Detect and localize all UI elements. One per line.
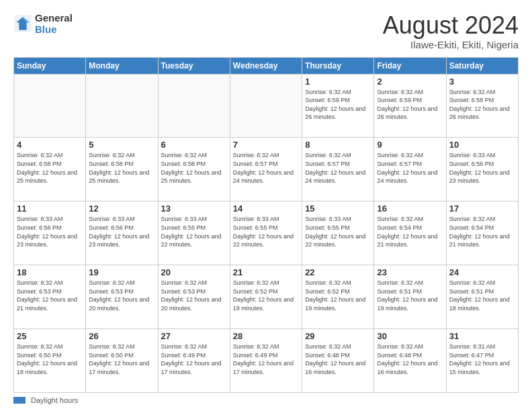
calendar-cell: 29Sunrise: 6:32 AM Sunset: 6:48 PM Dayli…: [302, 329, 374, 393]
calendar-cell: 4Sunrise: 6:32 AM Sunset: 6:58 PM Daylig…: [14, 138, 86, 201]
logo-icon: [13, 14, 32, 33]
day-info: Sunrise: 6:32 AM Sunset: 6:51 PM Dayligh…: [449, 279, 515, 312]
day-number: 27: [161, 331, 227, 341]
month-title: August 2024: [383, 12, 519, 39]
calendar-cell: 31Sunrise: 6:31 AM Sunset: 6:47 PM Dayli…: [446, 329, 518, 393]
day-info: Sunrise: 6:32 AM Sunset: 6:58 PM Dayligh…: [449, 88, 515, 122]
day-info: Sunrise: 6:33 AM Sunset: 6:55 PM Dayligh…: [233, 215, 299, 248]
day-number: 7: [233, 140, 299, 150]
calendar-cell: 17Sunrise: 6:32 AM Sunset: 6:54 PM Dayli…: [446, 201, 518, 265]
calendar-cell: [230, 74, 302, 138]
day-info: Sunrise: 6:32 AM Sunset: 6:48 PM Dayligh…: [377, 342, 443, 376]
day-number: 17: [449, 203, 515, 214]
calendar-cell: 5Sunrise: 6:32 AM Sunset: 6:58 PM Daylig…: [86, 138, 158, 201]
day-info: Sunrise: 6:32 AM Sunset: 6:49 PM Dayligh…: [161, 342, 227, 376]
day-number: 3: [449, 77, 515, 87]
day-number: 6: [161, 140, 227, 150]
day-number: 14: [233, 203, 299, 214]
day-info: Sunrise: 6:32 AM Sunset: 6:53 PM Dayligh…: [17, 279, 83, 312]
day-number: 24: [449, 267, 515, 277]
calendar-header-row: SundayMondayTuesdayWednesdayThursdayFrid…: [14, 57, 519, 74]
footer: Daylight hours: [13, 396, 519, 404]
calendar-header-friday: Friday: [374, 57, 446, 74]
day-number: 2: [377, 77, 443, 87]
calendar-cell: 24Sunrise: 6:32 AM Sunset: 6:51 PM Dayli…: [446, 265, 518, 329]
calendar-cell: 3Sunrise: 6:32 AM Sunset: 6:58 PM Daylig…: [446, 74, 518, 138]
calendar-header-monday: Monday: [86, 57, 158, 74]
calendar-week-5: 25Sunrise: 6:32 AM Sunset: 6:50 PM Dayli…: [14, 329, 519, 393]
day-info: Sunrise: 6:32 AM Sunset: 6:54 PM Dayligh…: [449, 215, 515, 248]
day-number: 11: [17, 203, 83, 214]
calendar-cell: 1Sunrise: 6:32 AM Sunset: 6:59 PM Daylig…: [302, 74, 374, 138]
header: General Blue August 2024 Ilawe-Ekiti, Ek…: [13, 12, 519, 50]
day-info: Sunrise: 6:32 AM Sunset: 6:49 PM Dayligh…: [233, 342, 299, 376]
calendar-week-3: 11Sunrise: 6:33 AM Sunset: 6:56 PM Dayli…: [14, 201, 519, 265]
day-info: Sunrise: 6:32 AM Sunset: 6:51 PM Dayligh…: [377, 279, 443, 312]
day-number: 8: [305, 140, 371, 150]
day-number: 26: [89, 331, 154, 341]
day-info: Sunrise: 6:32 AM Sunset: 6:50 PM Dayligh…: [89, 342, 154, 376]
day-number: 13: [161, 203, 227, 214]
calendar-cell: 20Sunrise: 6:32 AM Sunset: 6:53 PM Dayli…: [158, 265, 230, 329]
day-info: Sunrise: 6:31 AM Sunset: 6:47 PM Dayligh…: [449, 342, 515, 376]
day-info: Sunrise: 6:32 AM Sunset: 6:59 PM Dayligh…: [377, 88, 443, 122]
day-number: 30: [377, 331, 443, 341]
calendar-cell: 14Sunrise: 6:33 AM Sunset: 6:55 PM Dayli…: [230, 201, 302, 265]
calendar-header-tuesday: Tuesday: [158, 57, 230, 74]
day-info: Sunrise: 6:32 AM Sunset: 6:57 PM Dayligh…: [233, 151, 299, 185]
page: General Blue August 2024 Ilawe-Ekiti, Ek…: [0, 0, 532, 411]
day-info: Sunrise: 6:33 AM Sunset: 6:55 PM Dayligh…: [161, 215, 227, 248]
day-number: 21: [233, 267, 299, 277]
calendar-cell: 2Sunrise: 6:32 AM Sunset: 6:59 PM Daylig…: [374, 74, 446, 138]
calendar-cell: 11Sunrise: 6:33 AM Sunset: 6:56 PM Dayli…: [14, 201, 86, 265]
calendar-cell: 6Sunrise: 6:32 AM Sunset: 6:58 PM Daylig…: [158, 138, 230, 201]
day-number: 5: [89, 140, 154, 150]
footer-label: Daylight hours: [31, 396, 78, 404]
calendar-week-1: 1Sunrise: 6:32 AM Sunset: 6:59 PM Daylig…: [14, 74, 519, 138]
logo-text: General Blue: [35, 12, 73, 35]
calendar-cell: [14, 74, 86, 138]
day-info: Sunrise: 6:32 AM Sunset: 6:48 PM Dayligh…: [305, 342, 371, 376]
calendar-cell: 23Sunrise: 6:32 AM Sunset: 6:51 PM Dayli…: [374, 265, 446, 329]
calendar-cell: [86, 74, 158, 138]
day-info: Sunrise: 6:32 AM Sunset: 6:57 PM Dayligh…: [377, 151, 443, 185]
day-number: 9: [377, 140, 443, 150]
day-info: Sunrise: 6:33 AM Sunset: 6:56 PM Dayligh…: [89, 215, 154, 248]
day-info: Sunrise: 6:32 AM Sunset: 6:58 PM Dayligh…: [89, 151, 154, 185]
day-info: Sunrise: 6:32 AM Sunset: 6:58 PM Dayligh…: [161, 151, 227, 185]
day-number: 25: [17, 331, 83, 341]
day-number: 20: [161, 267, 227, 277]
calendar-cell: 8Sunrise: 6:32 AM Sunset: 6:57 PM Daylig…: [302, 138, 374, 201]
calendar-cell: 19Sunrise: 6:32 AM Sunset: 6:53 PM Dayli…: [86, 265, 158, 329]
calendar-cell: 25Sunrise: 6:32 AM Sunset: 6:50 PM Dayli…: [14, 329, 86, 393]
day-info: Sunrise: 6:32 AM Sunset: 6:50 PM Dayligh…: [17, 342, 83, 376]
day-info: Sunrise: 6:32 AM Sunset: 6:53 PM Dayligh…: [161, 279, 227, 312]
day-info: Sunrise: 6:32 AM Sunset: 6:59 PM Dayligh…: [305, 88, 371, 122]
calendar-cell: 15Sunrise: 6:33 AM Sunset: 6:55 PM Dayli…: [302, 201, 374, 265]
day-info: Sunrise: 6:32 AM Sunset: 6:53 PM Dayligh…: [89, 279, 154, 312]
calendar-cell: 16Sunrise: 6:32 AM Sunset: 6:54 PM Dayli…: [374, 201, 446, 265]
day-number: 12: [89, 203, 154, 214]
day-number: 22: [305, 267, 371, 277]
calendar-header-thursday: Thursday: [302, 57, 374, 74]
day-number: 4: [17, 140, 83, 150]
day-number: 28: [233, 331, 299, 341]
calendar-cell: [158, 74, 230, 138]
day-number: 10: [449, 140, 515, 150]
calendar-week-4: 18Sunrise: 6:32 AM Sunset: 6:53 PM Dayli…: [14, 265, 519, 329]
day-number: 15: [305, 203, 371, 214]
calendar-cell: 7Sunrise: 6:32 AM Sunset: 6:57 PM Daylig…: [230, 138, 302, 201]
location: Ilawe-Ekiti, Ekiti, Nigeria: [383, 39, 519, 50]
day-number: 23: [377, 267, 443, 277]
day-number: 29: [305, 331, 371, 341]
day-number: 16: [377, 203, 443, 214]
calendar-cell: 22Sunrise: 6:32 AM Sunset: 6:52 PM Dayli…: [302, 265, 374, 329]
day-info: Sunrise: 6:33 AM Sunset: 6:56 PM Dayligh…: [449, 151, 515, 185]
calendar-cell: 10Sunrise: 6:33 AM Sunset: 6:56 PM Dayli…: [446, 138, 518, 201]
calendar-cell: 30Sunrise: 6:32 AM Sunset: 6:48 PM Dayli…: [374, 329, 446, 393]
day-number: 19: [89, 267, 154, 277]
calendar-header-wednesday: Wednesday: [230, 57, 302, 74]
day-info: Sunrise: 6:32 AM Sunset: 6:58 PM Dayligh…: [17, 151, 83, 185]
day-number: 18: [17, 267, 83, 277]
day-info: Sunrise: 6:32 AM Sunset: 6:57 PM Dayligh…: [305, 151, 371, 185]
